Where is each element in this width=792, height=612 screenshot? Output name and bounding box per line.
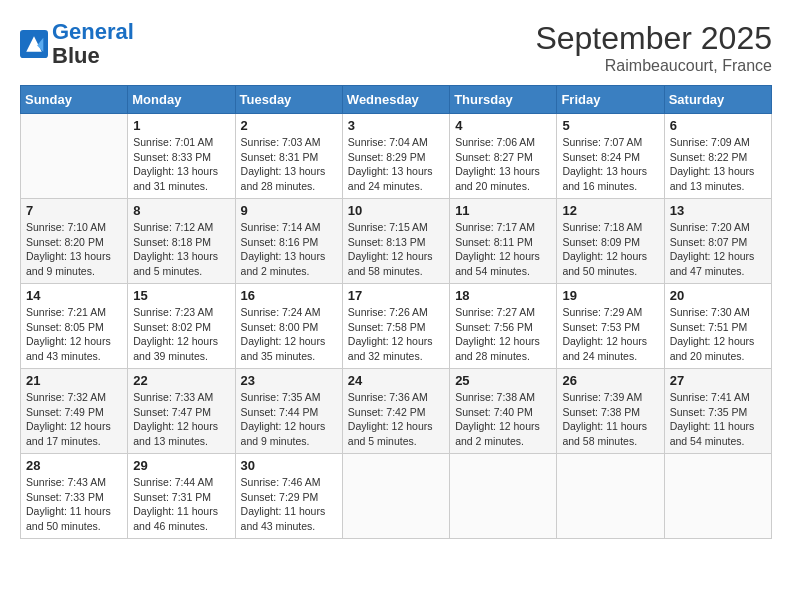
day-number: 3 [348, 118, 444, 133]
header-saturday: Saturday [664, 86, 771, 114]
day-info: Sunrise: 7:43 AMSunset: 7:33 PMDaylight:… [26, 475, 122, 534]
day-info: Sunrise: 7:04 AMSunset: 8:29 PMDaylight:… [348, 135, 444, 194]
day-number: 12 [562, 203, 658, 218]
calendar-cell: 15Sunrise: 7:23 AMSunset: 8:02 PMDayligh… [128, 284, 235, 369]
logo-icon [20, 30, 48, 58]
day-info: Sunrise: 7:17 AMSunset: 8:11 PMDaylight:… [455, 220, 551, 279]
calendar-cell: 1Sunrise: 7:01 AMSunset: 8:33 PMDaylight… [128, 114, 235, 199]
day-number: 14 [26, 288, 122, 303]
calendar-cell: 6Sunrise: 7:09 AMSunset: 8:22 PMDaylight… [664, 114, 771, 199]
calendar-cell [342, 454, 449, 539]
calendar-week-2: 7Sunrise: 7:10 AMSunset: 8:20 PMDaylight… [21, 199, 772, 284]
day-number: 16 [241, 288, 337, 303]
calendar-cell: 8Sunrise: 7:12 AMSunset: 8:18 PMDaylight… [128, 199, 235, 284]
calendar-cell: 21Sunrise: 7:32 AMSunset: 7:49 PMDayligh… [21, 369, 128, 454]
day-info: Sunrise: 7:29 AMSunset: 7:53 PMDaylight:… [562, 305, 658, 364]
day-number: 20 [670, 288, 766, 303]
day-info: Sunrise: 7:12 AMSunset: 8:18 PMDaylight:… [133, 220, 229, 279]
calendar-table: Sunday Monday Tuesday Wednesday Thursday… [20, 85, 772, 539]
day-info: Sunrise: 7:27 AMSunset: 7:56 PMDaylight:… [455, 305, 551, 364]
day-number: 23 [241, 373, 337, 388]
day-number: 1 [133, 118, 229, 133]
day-number: 17 [348, 288, 444, 303]
day-info: Sunrise: 7:10 AMSunset: 8:20 PMDaylight:… [26, 220, 122, 279]
calendar-cell: 26Sunrise: 7:39 AMSunset: 7:38 PMDayligh… [557, 369, 664, 454]
calendar-cell: 27Sunrise: 7:41 AMSunset: 7:35 PMDayligh… [664, 369, 771, 454]
day-number: 19 [562, 288, 658, 303]
day-info: Sunrise: 7:41 AMSunset: 7:35 PMDaylight:… [670, 390, 766, 449]
calendar-cell: 13Sunrise: 7:20 AMSunset: 8:07 PMDayligh… [664, 199, 771, 284]
calendar-cell: 23Sunrise: 7:35 AMSunset: 7:44 PMDayligh… [235, 369, 342, 454]
day-number: 27 [670, 373, 766, 388]
calendar-body: 1Sunrise: 7:01 AMSunset: 8:33 PMDaylight… [21, 114, 772, 539]
day-number: 6 [670, 118, 766, 133]
logo: General Blue [20, 20, 134, 68]
day-number: 15 [133, 288, 229, 303]
day-info: Sunrise: 7:24 AMSunset: 8:00 PMDaylight:… [241, 305, 337, 364]
header-wednesday: Wednesday [342, 86, 449, 114]
day-info: Sunrise: 7:07 AMSunset: 8:24 PMDaylight:… [562, 135, 658, 194]
header-row: Sunday Monday Tuesday Wednesday Thursday… [21, 86, 772, 114]
calendar-header: Sunday Monday Tuesday Wednesday Thursday… [21, 86, 772, 114]
calendar-cell: 9Sunrise: 7:14 AMSunset: 8:16 PMDaylight… [235, 199, 342, 284]
day-number: 11 [455, 203, 551, 218]
calendar-cell: 12Sunrise: 7:18 AMSunset: 8:09 PMDayligh… [557, 199, 664, 284]
title-block: September 2025 Raimbeaucourt, France [535, 20, 772, 75]
calendar-week-5: 28Sunrise: 7:43 AMSunset: 7:33 PMDayligh… [21, 454, 772, 539]
calendar-cell: 18Sunrise: 7:27 AMSunset: 7:56 PMDayligh… [450, 284, 557, 369]
day-info: Sunrise: 7:20 AMSunset: 8:07 PMDaylight:… [670, 220, 766, 279]
day-info: Sunrise: 7:30 AMSunset: 7:51 PMDaylight:… [670, 305, 766, 364]
calendar-week-4: 21Sunrise: 7:32 AMSunset: 7:49 PMDayligh… [21, 369, 772, 454]
calendar-cell [557, 454, 664, 539]
day-number: 21 [26, 373, 122, 388]
day-info: Sunrise: 7:39 AMSunset: 7:38 PMDaylight:… [562, 390, 658, 449]
calendar-cell [450, 454, 557, 539]
month-title: September 2025 [535, 20, 772, 57]
day-number: 10 [348, 203, 444, 218]
day-number: 4 [455, 118, 551, 133]
calendar-cell: 4Sunrise: 7:06 AMSunset: 8:27 PMDaylight… [450, 114, 557, 199]
calendar-cell: 11Sunrise: 7:17 AMSunset: 8:11 PMDayligh… [450, 199, 557, 284]
calendar-cell: 16Sunrise: 7:24 AMSunset: 8:00 PMDayligh… [235, 284, 342, 369]
day-info: Sunrise: 7:26 AMSunset: 7:58 PMDaylight:… [348, 305, 444, 364]
calendar-cell: 17Sunrise: 7:26 AMSunset: 7:58 PMDayligh… [342, 284, 449, 369]
day-info: Sunrise: 7:36 AMSunset: 7:42 PMDaylight:… [348, 390, 444, 449]
calendar-cell: 7Sunrise: 7:10 AMSunset: 8:20 PMDaylight… [21, 199, 128, 284]
calendar-cell: 30Sunrise: 7:46 AMSunset: 7:29 PMDayligh… [235, 454, 342, 539]
day-info: Sunrise: 7:06 AMSunset: 8:27 PMDaylight:… [455, 135, 551, 194]
calendar-cell: 19Sunrise: 7:29 AMSunset: 7:53 PMDayligh… [557, 284, 664, 369]
calendar-cell: 10Sunrise: 7:15 AMSunset: 8:13 PMDayligh… [342, 199, 449, 284]
day-number: 26 [562, 373, 658, 388]
day-info: Sunrise: 7:15 AMSunset: 8:13 PMDaylight:… [348, 220, 444, 279]
location-subtitle: Raimbeaucourt, France [535, 57, 772, 75]
page-header: General Blue September 2025 Raimbeaucour… [20, 20, 772, 75]
header-thursday: Thursday [450, 86, 557, 114]
calendar-cell: 25Sunrise: 7:38 AMSunset: 7:40 PMDayligh… [450, 369, 557, 454]
day-info: Sunrise: 7:33 AMSunset: 7:47 PMDaylight:… [133, 390, 229, 449]
day-info: Sunrise: 7:23 AMSunset: 8:02 PMDaylight:… [133, 305, 229, 364]
calendar-cell: 20Sunrise: 7:30 AMSunset: 7:51 PMDayligh… [664, 284, 771, 369]
calendar-cell: 24Sunrise: 7:36 AMSunset: 7:42 PMDayligh… [342, 369, 449, 454]
day-info: Sunrise: 7:18 AMSunset: 8:09 PMDaylight:… [562, 220, 658, 279]
header-sunday: Sunday [21, 86, 128, 114]
day-info: Sunrise: 7:35 AMSunset: 7:44 PMDaylight:… [241, 390, 337, 449]
day-info: Sunrise: 7:46 AMSunset: 7:29 PMDaylight:… [241, 475, 337, 534]
day-number: 29 [133, 458, 229, 473]
day-number: 9 [241, 203, 337, 218]
day-info: Sunrise: 7:44 AMSunset: 7:31 PMDaylight:… [133, 475, 229, 534]
day-number: 13 [670, 203, 766, 218]
day-number: 8 [133, 203, 229, 218]
day-info: Sunrise: 7:09 AMSunset: 8:22 PMDaylight:… [670, 135, 766, 194]
header-monday: Monday [128, 86, 235, 114]
day-number: 28 [26, 458, 122, 473]
calendar-cell [21, 114, 128, 199]
calendar-cell: 14Sunrise: 7:21 AMSunset: 8:05 PMDayligh… [21, 284, 128, 369]
day-number: 18 [455, 288, 551, 303]
calendar-cell: 29Sunrise: 7:44 AMSunset: 7:31 PMDayligh… [128, 454, 235, 539]
day-number: 5 [562, 118, 658, 133]
day-number: 2 [241, 118, 337, 133]
calendar-cell: 2Sunrise: 7:03 AMSunset: 8:31 PMDaylight… [235, 114, 342, 199]
calendar-week-1: 1Sunrise: 7:01 AMSunset: 8:33 PMDaylight… [21, 114, 772, 199]
logo-text: General Blue [52, 20, 134, 68]
day-number: 24 [348, 373, 444, 388]
